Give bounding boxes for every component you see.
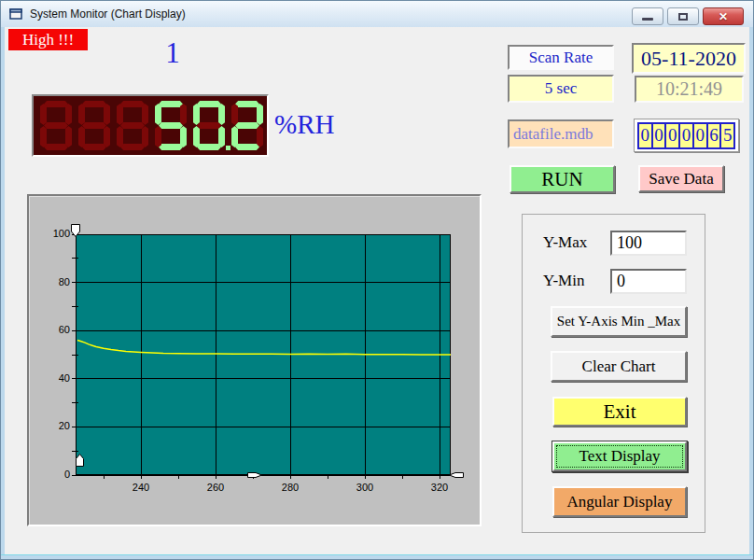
counter-digit: 5: [719, 122, 735, 149]
chart-plot-area: [76, 234, 451, 475]
led-segment-f: [117, 104, 123, 125]
led-segment-b: [65, 104, 72, 125]
y-axis-tick-label: 80: [33, 276, 70, 287]
led-segment-f: [78, 104, 85, 125]
led-digit: [116, 100, 149, 151]
title-bar[interactable]: System Monitor (Chart Display) ✕: [1, 1, 753, 27]
clear-chart-button[interactable]: Clear Chart: [551, 351, 687, 382]
angular-display-button[interactable]: Angular Display: [552, 486, 687, 517]
minimize-icon: [642, 18, 653, 21]
scan-rate-value: 5 sec: [508, 75, 614, 103]
y-axis-tick-label: 0: [33, 469, 70, 480]
led-segment-d: [197, 144, 221, 150]
chart-cursor-pentagon-up[interactable]: [76, 454, 84, 467]
led-digit: [154, 100, 188, 151]
y-min-label: Y-Min: [543, 272, 584, 290]
led-segment-g: [44, 122, 68, 129]
led-segment-g: [120, 122, 145, 129]
close-button[interactable]: ✕: [703, 7, 744, 25]
scan-rate-label: Scan Rate: [508, 45, 614, 70]
control-group-box: Y-Max Y-Min Set Y-Axis Min _Max Clear Ch…: [522, 214, 705, 533]
maximize-icon: [678, 13, 688, 21]
led-segment-c: [104, 126, 110, 147]
text-display-button[interactable]: Text Display: [552, 441, 687, 471]
led-segment-e: [78, 126, 85, 147]
led-digit: [192, 100, 226, 151]
led-segment-d: [235, 144, 259, 150]
form-icon: [9, 8, 23, 21]
chart-cursor-pentagon-down[interactable]: [71, 224, 80, 237]
y-min-input[interactable]: [610, 269, 687, 294]
led-digit: [39, 100, 73, 151]
chart-grid-and-line: [76, 234, 451, 475]
led-digit: [230, 100, 264, 151]
led-segment-b: [142, 104, 148, 125]
led-segment-d: [82, 144, 106, 150]
run-button[interactable]: RUN: [510, 165, 615, 193]
led-segment-d: [44, 144, 68, 150]
led-segment-b: [218, 104, 225, 125]
form-client-area: High !!! 1 %RH Scan Rate 5 sec 05-11-202…: [5, 27, 749, 554]
led-segment-e: [117, 126, 123, 147]
led-segment-f: [155, 104, 161, 125]
led-segment-e: [40, 126, 47, 147]
led-segment-b: [104, 104, 110, 125]
x-axis-tick-label: 260: [197, 482, 234, 493]
chart-panel: 020406080100240260280300320: [27, 194, 482, 526]
led-segment-a: [44, 101, 68, 107]
led-segment-d: [159, 144, 183, 150]
x-axis-tick-label: 280: [272, 482, 309, 493]
y-axis-tick-label: 20: [33, 420, 70, 431]
y-axis-tick-label: 100: [33, 228, 70, 239]
led-segment-b: [257, 104, 263, 125]
led-segment-c: [65, 126, 72, 147]
exit-button[interactable]: Exit: [552, 397, 687, 427]
led-segment-d: [120, 144, 145, 150]
data-file-field[interactable]: datafile.mdb: [508, 119, 614, 148]
led-segment-a: [235, 101, 259, 107]
led-digit: [77, 100, 111, 151]
led-segment-g: [159, 122, 183, 129]
led-segment-g: [197, 122, 221, 129]
chart-cursor-arrow-left[interactable]: [449, 470, 464, 480]
led-segment-g: [235, 122, 259, 129]
led-segment-f: [40, 104, 47, 125]
x-axis-tick-label: 320: [421, 482, 458, 493]
seven-segment-display: [32, 94, 269, 157]
led-segment-a: [197, 101, 221, 107]
led-segment-c: [180, 126, 187, 147]
window-title: System Monitor (Chart Display): [30, 7, 186, 21]
y-axis-tick-label: 60: [33, 324, 70, 335]
y-axis-tick-label: 40: [33, 372, 70, 384]
led-segment-a: [159, 101, 183, 107]
app-window: System Monitor (Chart Display) ✕ High !!…: [0, 0, 754, 560]
y-max-input[interactable]: [610, 231, 687, 256]
sample-counter: 0000065: [634, 119, 739, 152]
maximize-button[interactable]: [667, 7, 699, 25]
led-decimal-point: [226, 146, 230, 150]
channel-number: 1: [126, 36, 219, 70]
led-segment-a: [120, 101, 145, 107]
x-axis-tick-label: 300: [346, 482, 384, 493]
alarm-indicator: High !!!: [8, 29, 88, 50]
led-segment-g: [82, 122, 106, 129]
led-segment-c: [257, 126, 263, 147]
led-segment-f: [231, 104, 238, 125]
led-segment-b: [180, 104, 187, 125]
minimize-button[interactable]: [632, 7, 663, 25]
led-segment-e: [231, 126, 238, 147]
unit-label: %RH: [274, 109, 334, 140]
date-display: 05-11-2020: [632, 43, 746, 74]
led-segment-f: [193, 104, 200, 125]
close-icon: ✕: [719, 10, 728, 23]
y-max-label: Y-Max: [543, 233, 587, 252]
led-segment-c: [218, 126, 225, 147]
x-axis-tick-label: 240: [122, 482, 160, 493]
led-segment-a: [82, 101, 106, 107]
led-segment-c: [142, 126, 148, 147]
set-y-axis-button[interactable]: Set Y-Axis Min _Max: [551, 306, 687, 337]
save-data-button[interactable]: Save Data: [638, 165, 724, 192]
time-display: 10:21:49: [635, 76, 744, 103]
chart-cursor-arrow-right[interactable]: [247, 470, 262, 480]
led-segment-e: [193, 126, 200, 147]
